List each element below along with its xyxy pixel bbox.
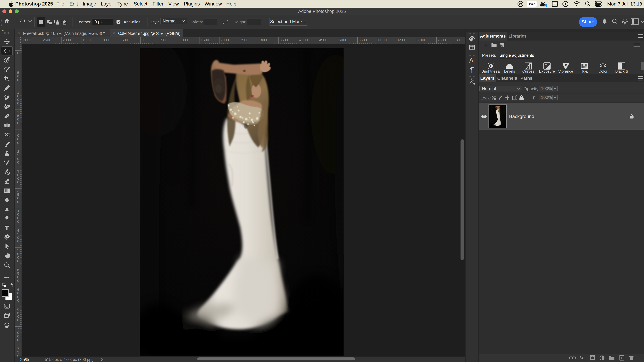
svg-text:W: W: [519, 2, 522, 6]
